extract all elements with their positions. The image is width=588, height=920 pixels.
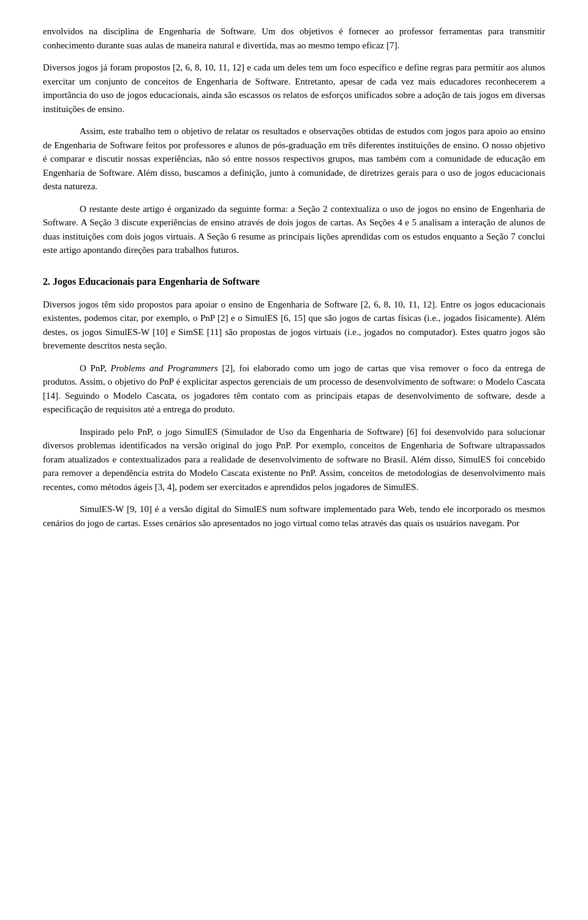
paragraph-3: Assim, este trabalho tem o objetivo de r… (43, 124, 545, 194)
paragraph-7: Inspirado pelo PnP, o jogo SimulES (Simu… (43, 425, 545, 494)
paragraph-6: O PnP, Problems and Programmers [2], foi… (43, 361, 545, 417)
paragraph-5: Diversos jogos têm sido propostos para a… (43, 298, 545, 353)
section-2-heading: 2. Jogos Educacionais para Engenharia de… (43, 274, 545, 289)
paragraph-4: O restante deste artigo é organizado da … (43, 202, 545, 257)
paragraph-2: Diversos jogos já foram propostos [2, 6,… (43, 61, 545, 116)
paragraph-1: envolvidos na disciplina de Engenharia d… (43, 25, 545, 52)
page-content: envolvidos na disciplina de Engenharia d… (0, 0, 588, 920)
paragraph-8: SimulES-W [9, 10] é a versão digital do … (43, 502, 545, 530)
